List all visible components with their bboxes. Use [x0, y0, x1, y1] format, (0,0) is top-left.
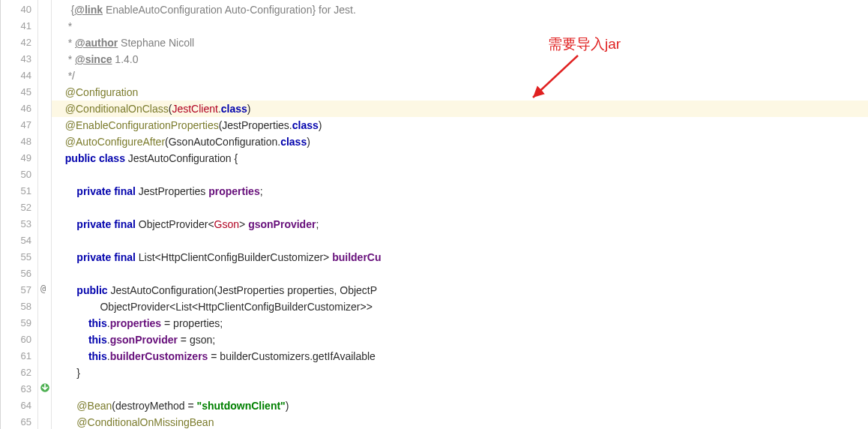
- gutter-icons: @: [38, 0, 52, 429]
- code-line[interactable]: private final ObjectProvider<Gson> gsonP…: [59, 216, 868, 232]
- line-number: 41: [1, 18, 31, 34]
- code-token: private final: [76, 218, 136, 230]
- code-token: private final: [76, 185, 136, 197]
- code-token: *: [59, 37, 75, 49]
- code-token: [59, 317, 88, 329]
- code-token: gsonProvider: [248, 218, 316, 230]
- code-line[interactable]: this.builderCustomizers = builderCustomi…: [59, 348, 868, 364]
- code-line[interactable]: @ConditionalOnClass(JestClient.class): [52, 100, 868, 117]
- code-token: builderCu: [332, 251, 381, 263]
- code-token: properties: [110, 317, 161, 329]
- annotation-arrow-icon: [525, 52, 585, 104]
- line-number: 62: [1, 364, 31, 381]
- code-token: {: [59, 4, 74, 16]
- code-token: ): [319, 119, 322, 131]
- line-number: 65: [1, 414, 31, 429]
- code-line[interactable]: this.properties = properties;: [59, 315, 868, 332]
- code-token: [59, 416, 76, 428]
- svg-line-1: [533, 56, 578, 98]
- line-number: 57: [1, 282, 31, 298]
- code-line[interactable]: *: [59, 18, 868, 34]
- line-number: 48: [1, 134, 31, 150]
- code-token: JestClient: [172, 103, 217, 115]
- code-token: ): [247, 103, 251, 115]
- code-token: @ConditionalOnMissingBean: [76, 416, 214, 428]
- code-line[interactable]: [59, 232, 868, 249]
- code-token: @Configuration: [65, 86, 139, 98]
- code-token: Gson: [214, 218, 239, 230]
- code-token: [59, 251, 76, 263]
- code-token: ;: [316, 218, 319, 230]
- code-line[interactable]: public class JestAutoConfiguration {: [59, 150, 868, 166]
- code-token: *: [59, 53, 75, 65]
- line-number: 40: [1, 2, 31, 18]
- code-token: [59, 350, 88, 362]
- code-token: (GsonAutoConfiguration.: [165, 136, 280, 148]
- code-token: [59, 103, 65, 115]
- code[interactable]: {@link EnableAutoConfiguration Auto-Conf…: [52, 0, 868, 429]
- code-token: @Bean: [76, 400, 112, 412]
- code-line[interactable]: @EnableConfigurationProperties(JestPrope…: [59, 117, 868, 134]
- code-token: */: [59, 70, 75, 82]
- code-token: builderCustomizers: [110, 350, 208, 362]
- code-area[interactable]: 4041424344454647484950515253545556575859…: [1, 0, 868, 429]
- code-line[interactable]: this.gsonProvider = gson;: [59, 332, 868, 348]
- code-line[interactable]: @Bean(destroyMethod = "shutdownClient"): [59, 398, 868, 414]
- code-token: [59, 119, 65, 131]
- code-line[interactable]: [59, 166, 868, 183]
- code-token: [59, 218, 76, 230]
- override-icon[interactable]: [40, 382, 50, 393]
- code-token: @AutoConfigureAfter: [65, 136, 165, 148]
- code-token: [59, 284, 76, 296]
- code-line[interactable]: ObjectProvider<List<HttpClientConfigBuil…: [59, 298, 868, 315]
- editor-pane: 4041424344454647484950515253545556575859…: [1, 0, 868, 429]
- recursive-call-icon: @: [40, 284, 46, 294]
- code-token: }: [59, 367, 80, 379]
- code-line[interactable]: @Configuration: [59, 84, 868, 100]
- code-token: class: [292, 119, 319, 131]
- code-token: @since: [75, 53, 112, 65]
- code-token: ObjectProvider<List<HttpClientConfigBuil…: [59, 301, 373, 313]
- code-line[interactable]: */: [59, 68, 868, 84]
- code-line[interactable]: }: [59, 364, 868, 381]
- code-token: ): [286, 400, 289, 412]
- code-token: gsonProvider: [110, 334, 178, 346]
- code-token: ): [307, 136, 310, 148]
- code-token: = gson;: [178, 334, 215, 346]
- line-number: 44: [1, 68, 31, 84]
- code-line[interactable]: [59, 266, 868, 282]
- code-token: [59, 202, 62, 214]
- code-line[interactable]: [59, 381, 868, 398]
- code-token: [59, 400, 76, 412]
- code-line[interactable]: @AutoConfigureAfter(GsonAutoConfiguratio…: [59, 134, 868, 150]
- code-token: this: [88, 317, 107, 329]
- code-token: public: [76, 284, 107, 296]
- line-number: 43: [1, 51, 31, 68]
- code-line[interactable]: public JestAutoConfiguration(JestPropert…: [59, 282, 868, 298]
- code-line[interactable]: private final List<HttpClientConfigBuild…: [59, 249, 868, 266]
- code-line[interactable]: * @author Stephane Nicoll: [59, 34, 868, 51]
- code-token: public class: [65, 152, 125, 164]
- line-number: 42: [1, 34, 31, 51]
- code-line[interactable]: private final JestProperties properties;: [59, 183, 868, 200]
- code-token: [59, 383, 62, 395]
- annotation-text: 需要导入jar: [548, 34, 621, 54]
- line-number: 56: [1, 266, 31, 282]
- code-token: [59, 185, 76, 197]
- code-token: = properties;: [161, 317, 223, 329]
- code-token: [59, 268, 62, 280]
- code-line[interactable]: {@link EnableAutoConfiguration Auto-Conf…: [59, 2, 868, 18]
- code-line[interactable]: * @since 1.4.0: [59, 51, 868, 68]
- code-token: [59, 334, 88, 346]
- line-number: 49: [1, 150, 31, 166]
- code-token: >: [239, 218, 248, 230]
- code-token: [59, 152, 65, 164]
- code-line[interactable]: [59, 200, 868, 216]
- code-token: [59, 136, 65, 148]
- code-token: ;: [260, 185, 263, 197]
- code-token: (JestProperties.: [219, 119, 292, 131]
- code-token: ObjectProvider<: [136, 218, 214, 230]
- code-token: class: [280, 136, 307, 148]
- code-token: @ConditionalOnClass: [65, 103, 169, 115]
- code-line[interactable]: @ConditionalOnMissingBean: [59, 414, 868, 429]
